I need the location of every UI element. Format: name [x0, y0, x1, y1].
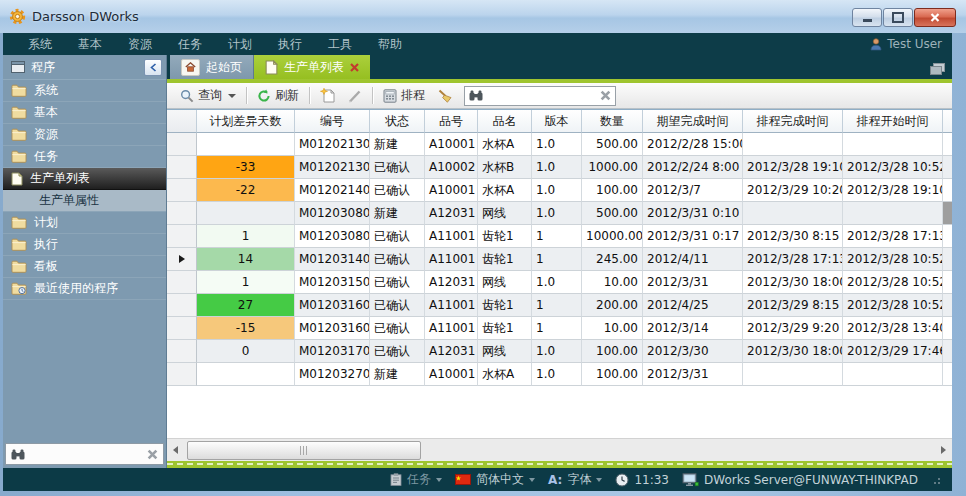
edit-button[interactable] — [342, 85, 368, 107]
scroll-left-button[interactable] — [167, 439, 184, 460]
menu-help[interactable]: 帮助 — [365, 33, 415, 55]
cell-item_name: 水杯B — [478, 156, 532, 179]
row-selector-header[interactable] — [167, 110, 197, 133]
cell-diff: -33 — [197, 156, 295, 179]
cell-qty: 10000.00 — [582, 225, 643, 248]
sidebar-collapse-button[interactable] — [144, 59, 162, 76]
menu-plan[interactable]: 计划 — [215, 33, 265, 55]
column-header[interactable]: 排程开始时间 — [843, 110, 943, 133]
column-header[interactable]: 版本 — [532, 110, 582, 133]
row-selector[interactable] — [167, 294, 197, 317]
sidebar-title: 程序 — [31, 59, 138, 76]
cell-sched_start: 2012/3/28 13:40 — [843, 317, 943, 340]
row-selector[interactable] — [167, 179, 197, 202]
sidebar-item[interactable]: 最近使用的程序 — [3, 278, 166, 300]
row-selector[interactable] — [167, 271, 197, 294]
sidebar-item[interactable]: 计划 — [3, 212, 166, 234]
column-header[interactable]: 品号 — [425, 110, 478, 133]
column-header[interactable]: 状态 — [370, 110, 425, 133]
clear-search-icon[interactable] — [147, 449, 158, 460]
horizontal-scrollbar[interactable] — [167, 438, 952, 461]
scrollbar-thumb[interactable] — [187, 441, 421, 460]
scroll-right-button[interactable] — [935, 439, 952, 460]
table-row[interactable]: -15M012031602已确认A11001齿轮1110.002012/3/14… — [167, 317, 952, 340]
column-header[interactable]: 计划差异天数 — [197, 110, 295, 133]
sidebar-item[interactable]: 看板 — [3, 256, 166, 278]
toolbar-search-input[interactable] — [487, 88, 596, 104]
toolbar-separator — [309, 87, 310, 104]
column-header[interactable]: 排程完成时间 — [743, 110, 843, 133]
row-selector[interactable] — [167, 225, 197, 248]
table-row[interactable]: M012032701新建A10001水杯A1.0100.002012/3/31 — [167, 363, 952, 386]
tab-production-order-list[interactable]: 生产单列表 — [254, 55, 370, 79]
toolbar-search-box[interactable] — [464, 86, 616, 106]
status-font[interactable]: A: 字体 — [548, 471, 602, 488]
table-row[interactable]: 14M012031402已确认A11001齿轮11245.002012/4/11… — [167, 248, 952, 271]
cell-version: 1.0 — [532, 271, 582, 294]
cell-due: 2012/4/11 — [643, 248, 743, 271]
row-selector[interactable] — [167, 317, 197, 340]
column-header[interactable]: 前 — [943, 110, 952, 133]
minimize-button[interactable] — [852, 8, 882, 27]
sidebar-search-input[interactable] — [30, 446, 142, 462]
clear-search-icon[interactable] — [600, 90, 611, 101]
status-language[interactable]: 简体中文 — [455, 471, 535, 488]
resize-grip[interactable] — [933, 475, 942, 484]
sidebar-item[interactable]: 系统 — [3, 80, 166, 102]
query-dropdown-caret[interactable] — [228, 94, 236, 98]
status-server[interactable]: DWorks Server@FUNWAY-THINKPAD — [682, 473, 918, 487]
sidebar-item[interactable]: 生产单列表 — [3, 168, 166, 190]
tab-start-page[interactable]: 起始页 — [170, 55, 254, 79]
new-button[interactable] — [314, 85, 342, 107]
column-header[interactable]: 编号 — [295, 110, 370, 133]
tab-close-icon[interactable] — [350, 63, 359, 72]
row-selector[interactable] — [167, 340, 197, 363]
folder-icon — [11, 150, 27, 163]
menu-system[interactable]: 系统 — [15, 33, 65, 55]
current-user[interactable]: Test User — [870, 37, 942, 51]
sidebar-item[interactable]: 任务 — [3, 146, 166, 168]
app-window: Darsson DWorks 系统 基本 资源 任务 计划 执行 工具 帮助 T… — [0, 0, 966, 496]
table-row[interactable]: 27M012031601已确认A11001齿轮11200.002012/4/25… — [167, 294, 952, 317]
table-row[interactable]: 0M012031701已确认A12031网线1.0100.002012/3/30… — [167, 340, 952, 363]
cell-status: 新建 — [370, 133, 425, 156]
sidebar-item[interactable]: 资源 — [3, 124, 166, 146]
home-icon — [181, 59, 200, 76]
menu-task[interactable]: 任务 — [165, 33, 215, 55]
refresh-button[interactable]: 刷新 — [251, 85, 305, 107]
row-selector[interactable] — [167, 202, 197, 225]
column-header[interactable]: 品名 — [478, 110, 532, 133]
menu-execute[interactable]: 执行 — [265, 33, 315, 55]
row-selector[interactable] — [167, 133, 197, 156]
table-row[interactable]: 1M012031501已确认A12031网线1.010.002012/3/312… — [167, 271, 952, 294]
sidebar-item[interactable]: 执行 — [3, 234, 166, 256]
column-header[interactable]: 期望完成时间 — [643, 110, 743, 133]
window-list-icon[interactable] — [930, 60, 945, 79]
menu-tools[interactable]: 工具 — [315, 33, 365, 55]
sidebar-item-label: 最近使用的程序 — [34, 280, 118, 297]
menu-resource[interactable]: 资源 — [115, 33, 165, 55]
status-clock: 11:33 — [615, 473, 669, 487]
table-row[interactable]: M012030801新建A12031网线1.0500.002012/3/31 0… — [167, 202, 952, 225]
table-row[interactable]: -22M012021401已确认A10001水杯A1.0100.002012/3… — [167, 179, 952, 202]
cell-status: 已确认 — [370, 294, 425, 317]
current-row-indicator[interactable] — [167, 248, 197, 271]
row-selector[interactable] — [167, 363, 197, 386]
table-row[interactable]: M012021301新建A10001水杯A1.0500.002012/2/28 … — [167, 133, 952, 156]
cell-code: M012030802 — [295, 225, 370, 248]
column-header[interactable]: 数量 — [582, 110, 643, 133]
status-task-menu[interactable]: 任务 — [390, 471, 442, 488]
table-row[interactable]: 1M012030802已确认A11001齿轮1110000.002012/3/3… — [167, 225, 952, 248]
query-button[interactable]: 查询 — [174, 85, 242, 107]
schedule-button[interactable]: 排程 — [377, 85, 431, 107]
cell-item_no: A12031 — [425, 340, 478, 363]
close-button[interactable] — [914, 8, 956, 27]
menu-basic[interactable]: 基本 — [65, 33, 115, 55]
maximize-button[interactable] — [883, 8, 913, 27]
sidebar-item[interactable]: 生产单属性 — [3, 190, 166, 212]
clean-button[interactable] — [431, 85, 459, 107]
table-row[interactable]: -33M012021302已确认A10002水杯B1.01000.002012/… — [167, 156, 952, 179]
sidebar-item[interactable]: 基本 — [3, 102, 166, 124]
sidebar-search[interactable] — [5, 443, 164, 465]
row-selector[interactable] — [167, 156, 197, 179]
